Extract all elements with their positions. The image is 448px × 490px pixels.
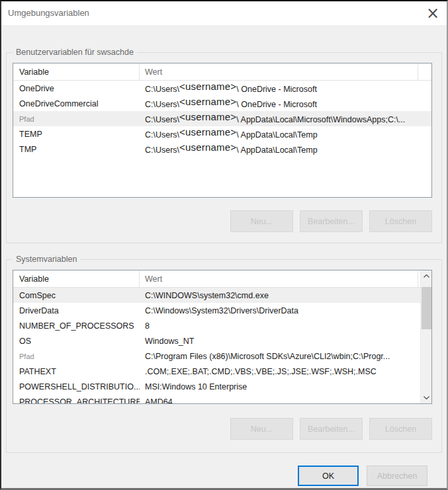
table-row[interactable]: TEMP C:\Users\<username>\ AppData\Local\… xyxy=(13,126,431,142)
path-prefix: C:\Users\ xyxy=(145,100,179,109)
table-row-selected[interactable]: ComSpec C:\WINDOWS\system32\cmd.exe xyxy=(13,288,421,303)
path-suffix: \ AppData\Local\Microsoft\WindowsApps;C:… xyxy=(236,115,405,124)
path-prefix: C:\Users\ xyxy=(145,115,179,124)
variable-name-cell: PROCESSOR_ARCHITECTURE xyxy=(13,397,140,405)
redacted-username: <username> xyxy=(179,98,236,107)
variable-value-cell: .COM;.EXE;.BAT;.CMD;.VBS;.VBE;.JS;.JSE;.… xyxy=(140,367,421,376)
table-row[interactable]: OS Windows_NT xyxy=(13,333,421,348)
variable-value-cell: C:\Program Files (x86)\Microsoft SDKs\Az… xyxy=(140,352,421,361)
column-header-variable[interactable]: Variable xyxy=(13,63,140,80)
path-suffix: \ OneDrive - Microsoft xyxy=(236,85,317,94)
variable-name-cell: OneDrive xyxy=(13,84,140,93)
table-row[interactable]: NUMBER_OF_PROCESSORS 8 xyxy=(13,318,421,333)
table-row[interactable]: PROCESSOR_ARCHITECTURE AMD64 xyxy=(13,394,421,404)
edit-system-variable-button[interactable]: Bearbeiten... xyxy=(300,418,363,440)
path-suffix: \ AppData\Local\Temp xyxy=(236,145,317,155)
user-table-header: Variable Wert xyxy=(13,63,431,81)
path-suffix: \ AppData\Local\Temp xyxy=(236,130,317,140)
chevron-up-icon xyxy=(424,274,429,278)
titlebar: Umgebungsvariablen × xyxy=(1,1,447,25)
table-row[interactable]: OneDriveCommercial C:\Users\<username>\ … xyxy=(13,96,431,111)
variable-value-cell: C:\Users\<username>\ AppData\Local\Temp xyxy=(140,143,431,155)
variable-value-cell: 8 xyxy=(140,321,421,331)
variable-name-cell: POWERSHELL_DISTRIBUTIO... xyxy=(13,382,140,391)
system-table-header: Variable Wert xyxy=(13,270,431,288)
delete-system-variable-button[interactable]: Löschen xyxy=(369,418,432,440)
variable-name-cell: OneDriveCommercial xyxy=(13,99,140,108)
variable-name-cell: Pfad xyxy=(13,115,140,123)
variable-name-cell: OS xyxy=(13,337,140,346)
delete-user-variable-button[interactable]: Löschen xyxy=(369,210,432,232)
table-row[interactable]: TMP C:\Users\<username>\ AppData\Local\T… xyxy=(13,142,431,157)
table-row[interactable]: OneDrive C:\Users\<username>\ OneDrive -… xyxy=(13,81,431,96)
variable-value-cell: Windows_NT xyxy=(140,337,421,346)
path-prefix: C:\Users\ xyxy=(145,85,179,94)
path-suffix: \ OneDrive - Microsoft xyxy=(236,100,317,109)
system-variables-table: Variable Wert ComSpec C:\WINDOWS\system3… xyxy=(13,270,432,404)
variable-value-cell: C:\Users\<username>\ OneDrive - Microsof… xyxy=(140,98,431,109)
vertical-scrollbar[interactable] xyxy=(420,270,431,403)
redacted-username: <username> xyxy=(179,83,236,92)
redacted-username: <username> xyxy=(179,143,236,153)
table-row[interactable]: POWERSHELL_DISTRIBUTIO... MSI:Windows 10… xyxy=(13,379,421,394)
column-header-variable[interactable]: Variable xyxy=(13,270,140,287)
system-variables-group: Systemvariablen Variable Wert ComSpec C:… xyxy=(6,259,442,453)
variable-value-cell: C:\WINDOWS\system32\cmd.exe xyxy=(140,291,421,300)
variable-value-cell: MSI:Windows 10 Enterprise xyxy=(140,382,421,391)
path-prefix: C:\Users\ xyxy=(145,130,179,140)
variable-name-cell: NUMBER_OF_PROCESSORS xyxy=(13,321,140,331)
dialog-title: Umgebungsvariablen xyxy=(8,8,89,18)
variable-name-cell: TMP xyxy=(13,145,140,154)
variable-value-cell: C:\Users\<username>\ AppData\Local\Micro… xyxy=(140,113,431,124)
column-header-wert[interactable]: Wert xyxy=(140,63,418,80)
redacted-username: <username> xyxy=(179,128,236,138)
variable-value-cell: C:\Windows\System32\Drivers\DriverData xyxy=(140,306,421,315)
variable-name-cell: ComSpec xyxy=(13,291,140,300)
variable-name-cell: DriverData xyxy=(13,306,140,315)
new-system-variable-button[interactable]: Neu... xyxy=(230,418,293,440)
user-variables-group-label: Benutzervariablen für swsachde xyxy=(13,48,137,58)
system-table-rows: Variable Wert ComSpec C:\WINDOWS\system3… xyxy=(13,270,431,404)
chevron-down-icon xyxy=(424,396,429,399)
new-user-variable-button[interactable]: Neu... xyxy=(230,210,293,232)
edit-user-variable-button[interactable]: Bearbeiten... xyxy=(300,210,363,232)
table-row[interactable]: DriverData C:\Windows\System32\Drivers\D… xyxy=(13,303,421,318)
variable-name-cell: Pfad xyxy=(13,352,140,360)
ok-button[interactable]: OK xyxy=(298,466,359,486)
table-row[interactable]: PATHEXT .COM;.EXE;.BAT;.CMD;.VBS;.VBE;.J… xyxy=(13,364,421,379)
environment-variables-dialog: Umgebungsvariablen × Benutzervariablen f… xyxy=(0,0,448,490)
variable-value-cell: C:\Users\<username>\ OneDrive - Microsof… xyxy=(140,83,431,94)
path-prefix: C:\Users\ xyxy=(145,145,179,155)
close-button[interactable]: × xyxy=(423,3,443,23)
user-variables-table: Variable Wert OneDrive C:\Users\<usernam… xyxy=(13,63,432,198)
column-header-wert[interactable]: Wert xyxy=(140,270,418,287)
redacted-username: <username> xyxy=(179,113,236,122)
variable-name-cell: PATHEXT xyxy=(13,367,140,376)
variable-name-cell: TEMP xyxy=(13,130,140,139)
table-row[interactable]: Pfad C:\Program Files (x86)\Microsoft SD… xyxy=(13,348,421,364)
variable-value-cell: C:\Users\<username>\ AppData\Local\Temp xyxy=(140,128,431,140)
scroll-up-button[interactable] xyxy=(421,270,432,282)
table-row-selected[interactable]: Pfad C:\Users\<username>\ AppData\Local\… xyxy=(13,111,431,126)
user-variables-group: Benutzervariablen für swsachde Variable … xyxy=(6,52,442,243)
system-variables-group-label: Systemvariablen xyxy=(13,255,80,265)
scroll-down-button[interactable] xyxy=(421,392,432,403)
variable-value-cell: AMD64 xyxy=(140,397,421,405)
close-icon: × xyxy=(426,5,439,21)
scrollbar-thumb[interactable] xyxy=(422,287,431,329)
cancel-button[interactable]: Abbrechen xyxy=(367,466,427,486)
